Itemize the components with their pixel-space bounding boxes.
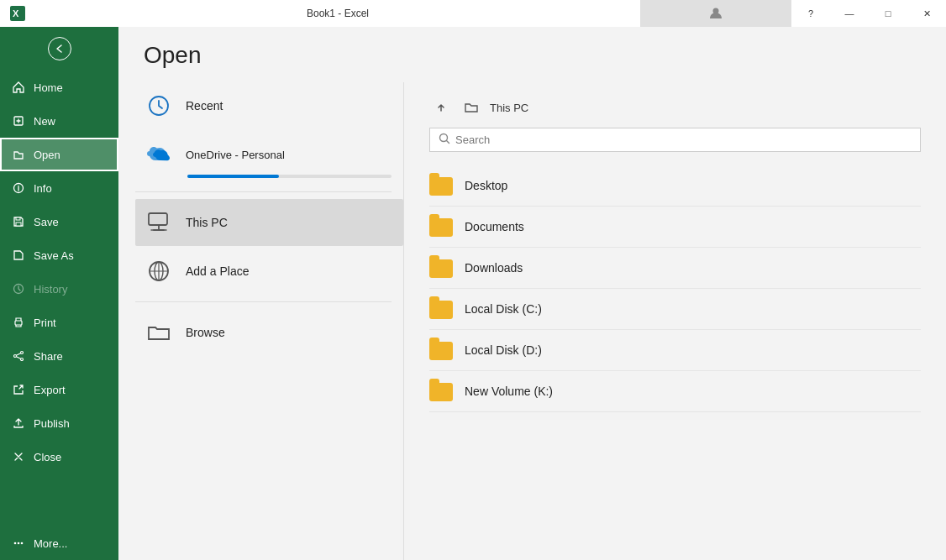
location-divider	[135, 191, 392, 192]
titlebar: X Book1 - Excel ? — □ ✕	[0, 0, 946, 27]
location-add-place[interactable]: Add a Place	[135, 248, 403, 295]
sidebar-print-label: Print	[34, 317, 56, 329]
folder-item-local-c[interactable]: Local Disk (C:)	[429, 289, 921, 330]
account-button[interactable]	[640, 0, 791, 27]
folder-shape	[429, 218, 453, 237]
sidebar-item-open[interactable]: Open	[0, 138, 118, 171]
sidebar-history-label: History	[34, 283, 67, 296]
open-panels: Recent OneDrive - Personal	[118, 82, 946, 560]
svg-point-14	[21, 542, 24, 545]
breadcrumb-folder-button[interactable]	[460, 96, 483, 119]
folder-shape	[429, 383, 453, 401]
svg-point-12	[14, 542, 17, 545]
folder-list: Desktop Documents Download	[429, 165, 921, 560]
back-button[interactable]	[0, 27, 118, 71]
location-browse[interactable]: Browse	[135, 309, 403, 356]
folder-icon-desktop	[429, 175, 453, 196]
sidebar-item-export[interactable]: Export	[0, 373, 118, 406]
folder-item-documents[interactable]: Documents	[429, 207, 921, 248]
onedrive-text: OneDrive - Personal	[186, 149, 285, 161]
help-button[interactable]: ?	[791, 0, 830, 27]
sidebar-item-new[interactable]: New	[0, 104, 118, 138]
sidebar-spacer	[0, 474, 118, 526]
breadcrumb-row: This PC	[429, 82, 921, 128]
window-title: Book1 - Excel	[35, 8, 640, 19]
svg-text:X: X	[13, 8, 19, 18]
new-icon	[12, 115, 25, 127]
more-icon	[12, 537, 25, 549]
folder-icon-new-volume	[429, 381, 453, 401]
sidebar-item-more[interactable]: More...	[0, 526, 118, 560]
sidebar-open-label: Open	[34, 149, 60, 161]
folder-shape	[429, 301, 453, 319]
folder-label-local-c: Local Disk (C:)	[465, 302, 542, 316]
search-icon	[439, 133, 450, 147]
location-this-pc[interactable]: This PC	[135, 199, 403, 246]
sidebar-item-history[interactable]: History	[0, 272, 118, 306]
sidebar-save-label: Save	[34, 216, 59, 228]
sidebar-item-home[interactable]: Home	[0, 71, 118, 104]
this-pc-label: This PC	[186, 216, 228, 229]
browse-label: Browse	[186, 326, 225, 339]
sidebar-item-save[interactable]: Save	[0, 205, 118, 238]
onedrive-icon	[144, 139, 174, 170]
svg-rect-8	[15, 321, 22, 325]
sidebar-item-close[interactable]: Close	[0, 440, 118, 474]
folder-label-downloads: Downloads	[465, 261, 523, 275]
folder-icon-local-d	[429, 340, 453, 360]
folder-shape	[429, 342, 453, 360]
sidebar-item-info[interactable]: Info	[0, 171, 118, 205]
sidebar-export-label: Export	[34, 384, 66, 396]
back-circle	[48, 37, 71, 60]
breadcrumb-text: This PC	[490, 102, 528, 114]
maximize-button[interactable]: □	[869, 0, 907, 27]
svg-point-13	[18, 542, 20, 545]
location-divider2	[135, 301, 392, 302]
sidebar-info-label: Info	[34, 182, 52, 195]
close-button[interactable]: ✕	[907, 0, 946, 27]
add-place-label: Add a Place	[186, 264, 250, 278]
app-body: Home New Open	[0, 27, 946, 560]
minimize-button[interactable]: —	[830, 0, 869, 27]
home-icon	[12, 81, 25, 93]
sidebar-item-print[interactable]: Print	[0, 306, 118, 339]
info-icon	[12, 182, 25, 194]
folder-shape	[429, 177, 453, 196]
breadcrumb-up-button[interactable]	[429, 96, 453, 119]
folder-label-new-volume: New Volume (K:)	[465, 385, 553, 398]
folder-item-desktop[interactable]: Desktop	[429, 165, 921, 207]
folder-icon-documents	[429, 217, 453, 237]
location-recent[interactable]: Recent	[135, 82, 403, 129]
svg-rect-6	[16, 217, 20, 220]
recent-icon	[144, 91, 174, 121]
print-icon	[12, 317, 25, 328]
title-icon-area: X	[0, 6, 35, 21]
folder-item-new-volume[interactable]: New Volume (K:)	[429, 371, 921, 412]
sidebar-save-as-label: Save As	[34, 249, 74, 262]
sidebar: Home New Open	[0, 27, 118, 560]
person-icon	[709, 7, 723, 20]
folder-item-local-d[interactable]: Local Disk (D:)	[429, 330, 921, 371]
onedrive-progress-track	[187, 175, 392, 178]
save-icon	[12, 216, 25, 228]
sidebar-item-share[interactable]: Share	[0, 339, 118, 373]
publish-icon	[12, 417, 25, 429]
sidebar-item-publish[interactable]: Publish	[0, 406, 118, 440]
recent-label: Recent	[186, 99, 223, 113]
history-icon	[12, 283, 25, 295]
folder-shape	[429, 259, 453, 278]
sidebar-new-label: New	[34, 115, 55, 128]
onedrive-label: OneDrive - Personal	[186, 149, 285, 161]
share-icon	[12, 350, 25, 362]
location-onedrive[interactable]: OneDrive - Personal	[135, 131, 403, 178]
svg-point-11	[21, 359, 24, 361]
sidebar-item-save-as[interactable]: Save As	[0, 238, 118, 272]
close-icon	[12, 451, 25, 463]
folder-item-downloads[interactable]: Downloads	[429, 248, 921, 289]
window-controls: ? — □ ✕	[640, 0, 946, 27]
this-pc-icon	[144, 207, 174, 238]
search-input[interactable]	[455, 133, 912, 146]
onedrive-progress-fill	[187, 175, 279, 178]
add-place-icon	[144, 256, 174, 286]
svg-point-9	[21, 352, 24, 354]
